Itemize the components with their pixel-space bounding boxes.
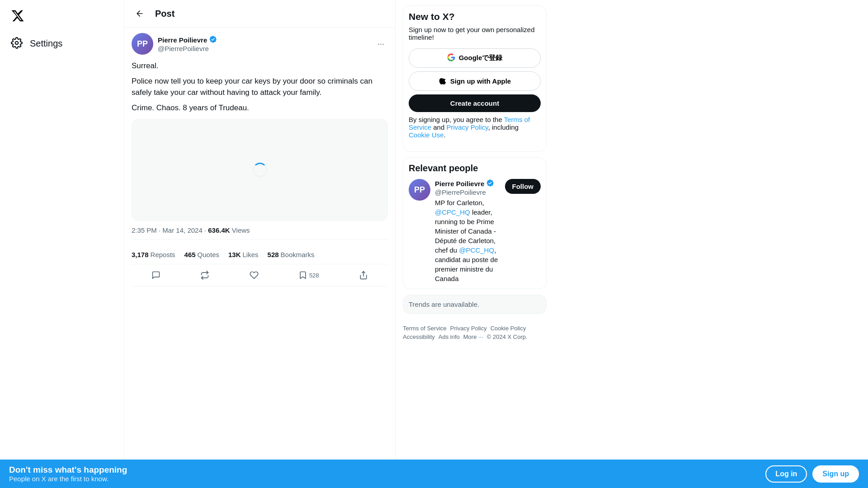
- person-name[interactable]: Pierre Poilievre: [435, 179, 500, 188]
- terms-text: By signing up, you agree to the Terms of…: [409, 116, 541, 139]
- reposts-count: 3,178: [132, 251, 149, 258]
- privacy-link[interactable]: Privacy Policy: [446, 123, 488, 131]
- share-button[interactable]: [354, 266, 373, 284]
- quotes-label: Quotes: [198, 251, 219, 258]
- like-button[interactable]: [245, 266, 263, 284]
- google-icon: [447, 53, 455, 63]
- new-to-x-title: New to X?: [409, 11, 541, 22]
- footer-accessibility[interactable]: Accessibility: [403, 333, 435, 340]
- post-user-info: PP Pierre Poilievre @PierrePoilievre: [132, 33, 217, 55]
- bookmark-button[interactable]: 528: [294, 266, 324, 284]
- banner-buttons: Log in Sign up: [765, 465, 859, 483]
- create-account-label: Create account: [450, 99, 499, 107]
- relevant-people-title: Relevant people: [409, 163, 541, 174]
- main-content: Post PP Pierre Poilievre: [124, 0, 396, 488]
- reply-button[interactable]: [147, 266, 165, 284]
- tweet-line-1: Surreal.: [132, 60, 388, 72]
- person-bio: MP for Carleton, @CPC_HQ leader, running…: [435, 198, 500, 283]
- tweet-text: Surreal. Police now tell you to keep you…: [132, 60, 388, 113]
- bookmarks-count: 528: [268, 251, 279, 258]
- settings-label: Settings: [30, 38, 62, 49]
- author-handle: @PierrePoilievre: [158, 45, 217, 52]
- login-button[interactable]: Log in: [765, 465, 807, 483]
- footer-ads[interactable]: Ads info: [439, 333, 460, 340]
- create-account-button[interactable]: Create account: [409, 94, 541, 112]
- post-header-title: Post: [155, 9, 175, 19]
- trends-unavailable: Trends are unavailable.: [409, 300, 541, 308]
- back-button[interactable]: [132, 5, 148, 22]
- stats-row: 3,178 Reposts 465 Quotes 13K Likes 528 B…: [132, 245, 388, 264]
- more-options-button[interactable]: ···: [374, 36, 388, 52]
- person-avatar[interactable]: PP: [409, 179, 430, 201]
- apple-signup-button[interactable]: Sign up with Apple: [409, 71, 541, 91]
- post-body: PP Pierre Poilievre @PierrePoilievre: [124, 28, 395, 292]
- author-name[interactable]: Pierre Poilievre: [158, 35, 217, 45]
- likes-label: Likes: [243, 251, 259, 258]
- likes-stat[interactable]: 13K Likes: [228, 251, 259, 258]
- sidebar-item-settings[interactable]: Settings: [5, 32, 118, 56]
- post-header: Post: [124, 0, 395, 28]
- signup-button[interactable]: Sign up: [812, 465, 859, 483]
- avatar[interactable]: PP: [132, 33, 153, 55]
- person-handle: @PierrePoilievre: [435, 188, 500, 196]
- likes-count: 13K: [228, 251, 241, 258]
- google-signup-button[interactable]: Googleで登録: [409, 48, 541, 68]
- quotes-count: 465: [184, 251, 196, 258]
- gear-icon: [11, 37, 23, 50]
- apple-signup-label: Sign up with Apple: [450, 77, 511, 85]
- post-user-row: PP Pierre Poilievre @PierrePoilievre: [132, 33, 388, 55]
- timestamp: 2:35 PM · Mar 14, 2024: [132, 226, 203, 234]
- reposts-stat[interactable]: 3,178 Reposts: [132, 251, 175, 258]
- footer-copyright: © 2024 X Corp.: [487, 333, 528, 340]
- bookmarks-label: Bookmarks: [281, 251, 315, 258]
- cookie-link[interactable]: Cookie Use: [409, 131, 444, 139]
- view-count: 636.4K: [208, 226, 230, 234]
- trends-box: Trends are unavailable.: [403, 295, 547, 314]
- relevant-people-panel: Relevant people PP Pierre Poilievre @Pie…: [403, 157, 547, 289]
- reposts-label: Reposts: [151, 251, 175, 258]
- svg-point-0: [15, 42, 19, 45]
- new-to-x-subtitle: Sign up now to get your own personalized…: [409, 26, 541, 41]
- person-verified-icon: [486, 179, 494, 188]
- banner-text: Don't miss what's happening People on X …: [9, 465, 127, 483]
- x-logo[interactable]: [5, 4, 118, 28]
- person-info: Pierre Poilievre @PierrePoilievre MP for…: [435, 179, 500, 283]
- footer-cookie[interactable]: Cookie Policy: [491, 325, 526, 332]
- bottom-banner: Don't miss what's happening People on X …: [0, 460, 868, 488]
- footer-terms[interactable]: Terms of Service: [403, 325, 447, 332]
- tweet-line-3: Crime. Chaos. 8 years of Trudeau.: [132, 102, 388, 114]
- right-sidebar: New to X? Sign up now to get your own pe…: [396, 0, 554, 488]
- footer-links: Terms of Service Privacy Policy Cookie P…: [403, 319, 547, 346]
- google-signup-label: Googleで登録: [459, 54, 503, 62]
- footer-privacy[interactable]: Privacy Policy: [450, 325, 487, 332]
- bookmark-count: 528: [309, 272, 319, 279]
- bookmarks-stat[interactable]: 528 Bookmarks: [268, 251, 315, 258]
- pcc-hq-link[interactable]: @PCC_HQ: [459, 246, 494, 254]
- quotes-stat[interactable]: 465 Quotes: [184, 251, 219, 258]
- actions-row: 528: [132, 264, 388, 286]
- new-to-x-panel: New to X? Sign up now to get your own pe…: [403, 5, 547, 152]
- banner-heading: Don't miss what's happening: [9, 465, 127, 475]
- author-details: Pierre Poilievre @PierrePoilievre: [158, 35, 217, 52]
- apple-icon: [439, 76, 447, 86]
- timestamp-row: 2:35 PM · Mar 14, 2024 · 636.4K Views: [132, 226, 388, 240]
- banner-subtext: People on X are the first to know.: [9, 475, 127, 483]
- sidebar: Settings: [0, 0, 124, 488]
- repost-button[interactable]: [196, 266, 214, 284]
- loading-spinner: [253, 163, 267, 177]
- media-container: [132, 119, 388, 221]
- tweet-line-2: Police now tell you to keep your car key…: [132, 75, 388, 99]
- person-row: PP Pierre Poilievre @PierrePoilievre MP …: [409, 179, 541, 283]
- views-label: Views: [232, 226, 250, 234]
- cpc-hq-link[interactable]: @CPC_HQ: [435, 208, 470, 216]
- follow-button[interactable]: Follow: [505, 179, 541, 194]
- verified-icon: [209, 35, 217, 45]
- footer-more[interactable]: More ···: [463, 333, 483, 340]
